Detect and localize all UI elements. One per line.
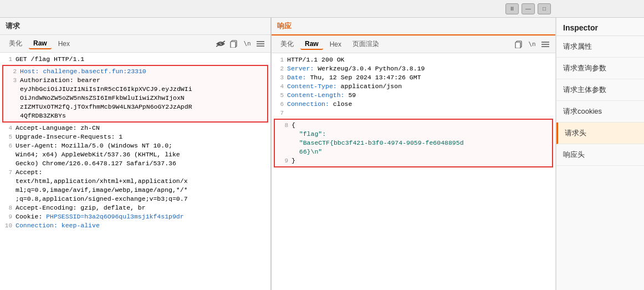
menu-icon[interactable]	[255, 38, 266, 49]
tab-raw-request[interactable]: Raw	[29, 38, 52, 49]
tab-beautify-request[interactable]: 美化	[4, 38, 27, 49]
close-button[interactable]: □	[538, 3, 551, 14]
request-line-4: 4 Accept-Language: zh-CN	[0, 124, 270, 133]
inspector-item-request-headers[interactable]: 请求头	[556, 123, 644, 144]
inspector-item-body-params[interactable]: 请求主体参数	[556, 79, 644, 101]
menu-icon-response[interactable]	[540, 39, 551, 50]
inspector-item-cookies[interactable]: 请求cookies	[556, 101, 644, 123]
eye-slash-icon[interactable]	[215, 38, 226, 49]
pause-button[interactable]: ⏸	[505, 3, 519, 14]
request-highlighted-section: 2 Host: challenge.basectf.fun:23310 3 Au…	[2, 65, 268, 123]
response-panel-header: 响应	[272, 18, 555, 35]
request-panel-header: 请求	[0, 18, 270, 35]
tab-beautify-response[interactable]: 美化	[276, 38, 298, 50]
tab-hex-response[interactable]: Hex	[325, 39, 346, 49]
request-code-content: 1 GET /flag HTTP/1.1 2 Host: challenge.b…	[0, 53, 270, 290]
inspector-title: Inspector	[556, 18, 644, 36]
response-highlighted-section: 8 { "flag": "BaseCTF{bbc3f421-b3f0-4974-…	[274, 119, 553, 167]
tab-render-response[interactable]: 页面渲染	[348, 38, 384, 50]
minimize-button[interactable]: —	[522, 3, 535, 14]
svg-rect-7	[515, 42, 520, 48]
tab-hex-request[interactable]: Hex	[54, 39, 74, 49]
tab-raw-response[interactable]: Raw	[300, 39, 323, 50]
inspector-panel: Inspector 请求属性 请求查询参数 请求主体参数 请求cookies 请…	[555, 18, 644, 290]
copy-icon-response[interactable]	[513, 39, 524, 50]
newline-icon[interactable]: \n	[242, 38, 253, 49]
svg-rect-2	[231, 42, 236, 48]
inspector-item-query-params[interactable]: 请求查询参数	[556, 58, 644, 79]
newline-icon-response[interactable]: \n	[527, 39, 538, 50]
request-tabs: 美化 Raw Hex \n	[0, 35, 270, 53]
inspector-item-response-headers[interactable]: 响应头	[556, 144, 644, 166]
request-line-1: 1 GET /flag HTTP/1.1	[0, 55, 270, 64]
response-tabs: 美化 Raw Hex 页面渲染 \n	[272, 35, 555, 53]
copy-icon[interactable]	[228, 38, 239, 49]
response-code-content: 1 HTTP/1.1 200 OK 2 Server: Werkzeug/3.0…	[272, 53, 555, 290]
inspector-item-request-attr[interactable]: 请求属性	[556, 36, 644, 58]
